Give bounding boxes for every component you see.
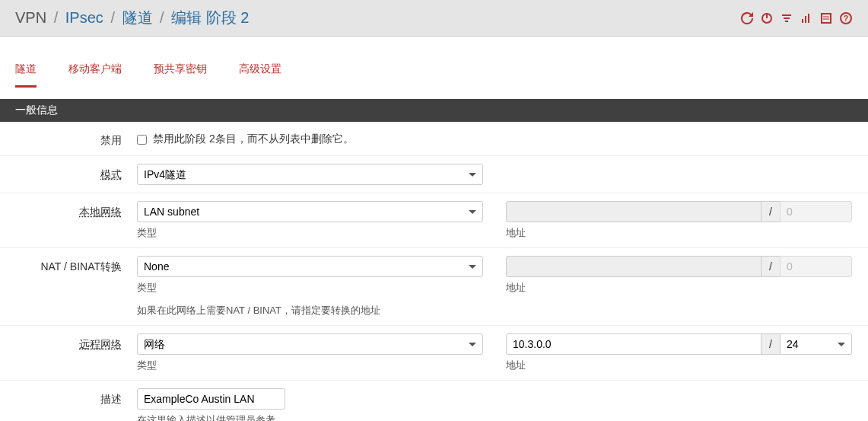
description-help: 在这里输入描述以供管理员参考。 bbox=[137, 413, 285, 421]
local-cidr-select: 0 bbox=[780, 201, 852, 222]
svg-rect-8 bbox=[822, 14, 831, 23]
row-nat-binat: NAT / BINAT转换 None 类型 如果在此网络上需要NAT / BIN… bbox=[0, 248, 868, 326]
svg-rect-7 bbox=[808, 14, 809, 23]
help-icon[interactable]: ? bbox=[839, 11, 853, 25]
nat-help: 如果在此网络上需要NAT / BINAT，请指定要转换的地址 bbox=[137, 304, 483, 317]
remote-addr-input[interactable] bbox=[506, 333, 761, 355]
disabled-checkbox[interactable] bbox=[137, 135, 147, 145]
slash: / bbox=[761, 201, 780, 222]
page-header: VPN / IPsec / 隧道 / 编辑 阶段 2 ? bbox=[0, 0, 868, 37]
label-nat-binat: NAT / BINAT转换 bbox=[15, 256, 137, 274]
row-disabled: 禁用 禁用此阶段 2条目，而不从列表中删除它。 bbox=[0, 122, 868, 156]
svg-text:?: ? bbox=[844, 14, 848, 23]
tab-mobile[interactable]: 移动客户端 bbox=[68, 53, 122, 88]
local-addr-sub: 地址 bbox=[506, 226, 852, 240]
label-description: 描述 bbox=[15, 388, 137, 407]
breadcrumb-sep: / bbox=[110, 9, 115, 26]
label-remote-network: 远程网络 bbox=[15, 333, 137, 352]
label-mode: 模式 bbox=[15, 164, 137, 182]
label-local-network: 本地网络 bbox=[15, 201, 137, 219]
description-input[interactable] bbox=[137, 388, 285, 410]
nat-addr-input bbox=[506, 256, 761, 277]
slash: / bbox=[761, 256, 780, 277]
remote-addr-sub: 地址 bbox=[506, 359, 852, 372]
tab-advanced[interactable]: 高级设置 bbox=[239, 53, 281, 88]
breadcrumb-vpn: VPN bbox=[15, 9, 46, 26]
local-addr-input bbox=[506, 201, 761, 222]
row-description: 描述 在这里输入描述以供管理员参考。 bbox=[0, 381, 868, 421]
breadcrumb: VPN / IPsec / 隧道 / 编辑 阶段 2 bbox=[15, 8, 249, 28]
svg-rect-6 bbox=[805, 16, 806, 23]
local-type-select[interactable]: LAN subnet bbox=[137, 201, 483, 222]
remote-cidr-select[interactable]: 24 bbox=[780, 333, 852, 355]
slash: / bbox=[761, 333, 780, 355]
header-icons: ? bbox=[740, 11, 853, 25]
log-icon[interactable] bbox=[819, 11, 833, 25]
section-general-info: 一般信息 bbox=[0, 99, 868, 122]
nat-addr-sub: 地址 bbox=[506, 281, 852, 295]
svg-rect-4 bbox=[785, 21, 788, 22]
breadcrumb-tunnels[interactable]: 隧道 bbox=[122, 9, 153, 26]
row-local-network: 本地网络 LAN subnet 类型 / 0 地址 bbox=[0, 193, 868, 248]
mode-select[interactable]: IPv4隧道 bbox=[137, 164, 483, 185]
tab-psk[interactable]: 预共享密钥 bbox=[154, 53, 207, 88]
svg-rect-5 bbox=[802, 19, 803, 23]
breadcrumb-sep: / bbox=[160, 9, 164, 26]
power-icon[interactable] bbox=[760, 11, 774, 25]
nat-cidr-select: 0 bbox=[780, 256, 852, 277]
remote-type-sub: 类型 bbox=[137, 359, 483, 372]
label-disabled: 禁用 bbox=[15, 129, 137, 148]
refresh-icon[interactable] bbox=[740, 11, 754, 25]
nat-type-select[interactable]: None bbox=[137, 256, 483, 277]
nat-type-sub: 类型 bbox=[137, 281, 483, 295]
chart-icon[interactable] bbox=[800, 11, 813, 25]
disabled-text: 禁用此阶段 2条目，而不从列表中删除它。 bbox=[153, 132, 354, 146]
breadcrumb-ipsec[interactable]: IPsec bbox=[65, 9, 103, 26]
filter-icon[interactable] bbox=[780, 11, 793, 25]
content: 一般信息 禁用 禁用此阶段 2条目，而不从列表中删除它。 模式 IPv4隧道 本… bbox=[0, 99, 868, 421]
row-mode: 模式 IPv4隧道 bbox=[0, 156, 868, 193]
row-remote-network: 远程网络 网络 类型 / 24 地址 bbox=[0, 326, 868, 381]
breadcrumb-sep: / bbox=[54, 9, 59, 26]
remote-type-select[interactable]: 网络 bbox=[137, 333, 483, 355]
svg-rect-3 bbox=[784, 18, 790, 19]
tabs: 隧道 移动客户端 预共享密钥 高级设置 bbox=[0, 53, 868, 88]
local-type-sub: 类型 bbox=[137, 226, 483, 240]
breadcrumb-edit[interactable]: 编辑 阶段 2 bbox=[171, 9, 249, 26]
tab-tunnels[interactable]: 隧道 bbox=[15, 53, 37, 88]
svg-rect-2 bbox=[782, 14, 791, 16]
